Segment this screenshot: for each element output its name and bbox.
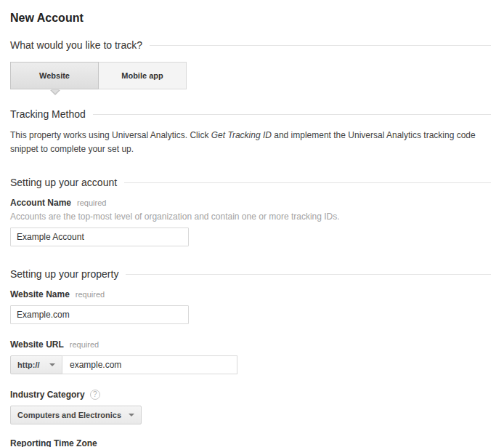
- industry-category-value: Computers and Electronics: [17, 411, 121, 419]
- track-section-title: What would you like to track?: [10, 39, 150, 51]
- website-url-input[interactable]: [62, 355, 237, 374]
- section-divider: [150, 45, 491, 46]
- tab-website-label: Website: [39, 71, 70, 80]
- account-name-helper: Accounts are the top-most level of organ…: [10, 212, 491, 222]
- selected-tab-pointer-icon: [50, 90, 60, 95]
- track-section-header: What would you like to track?: [10, 39, 491, 51]
- required-badge: required: [76, 290, 105, 299]
- page-title: New Account: [10, 12, 491, 25]
- property-section-title: Setting up your property: [10, 268, 126, 280]
- website-name-label: Website Name: [10, 289, 70, 299]
- required-badge: required: [77, 198, 106, 207]
- chevron-down-icon: [49, 363, 55, 366]
- section-divider: [126, 274, 491, 275]
- account-section-header: Setting up your account: [10, 177, 491, 188]
- url-protocol-dropdown[interactable]: http://: [10, 355, 62, 374]
- tracking-method-description: This property works using Universal Anal…: [10, 129, 489, 156]
- track-type-tabs: Website Mobile app: [10, 62, 491, 89]
- industry-category-label: Industry Category: [10, 390, 85, 400]
- account-name-input[interactable]: [10, 227, 189, 246]
- website-url-label-row: Website URL required: [10, 339, 491, 350]
- property-section-header: Setting up your property: [10, 268, 491, 280]
- help-icon[interactable]: ?: [90, 390, 100, 400]
- required-badge: required: [70, 340, 99, 349]
- industry-category-label-row: Industry Category ?: [10, 390, 491, 400]
- url-protocol-value: http://: [17, 361, 40, 369]
- tracking-desc-text: This property works using Universal Anal…: [10, 130, 211, 140]
- chevron-down-icon: [129, 414, 134, 416]
- account-section-title: Setting up your account: [10, 177, 124, 188]
- time-zone-label-row: Reporting Time Zone: [10, 438, 491, 447]
- industry-category-dropdown[interactable]: Computers and Electronics: [10, 406, 142, 424]
- website-url-row: http://: [10, 355, 491, 374]
- tab-mobile-app[interactable]: Mobile app: [98, 62, 187, 89]
- section-divider: [124, 182, 491, 183]
- account-name-label: Account Name: [10, 198, 71, 208]
- tracking-method-header: Tracking Method: [10, 108, 491, 120]
- website-url-label: Website URL: [10, 339, 64, 350]
- time-zone-label: Reporting Time Zone: [10, 438, 97, 447]
- tracking-method-title: Tracking Method: [10, 108, 93, 120]
- new-account-form: New Account What would you like to track…: [0, 0, 504, 447]
- website-name-input[interactable]: [10, 305, 189, 324]
- industry-category-row: Computers and Electronics: [10, 406, 491, 424]
- website-name-label-row: Website Name required: [10, 289, 491, 299]
- tab-website[interactable]: Website: [10, 62, 99, 89]
- tab-mobile-app-label: Mobile app: [121, 71, 163, 80]
- get-tracking-id-text: Get Tracking ID: [211, 130, 272, 140]
- section-divider: [93, 114, 491, 115]
- account-name-label-row: Account Name required: [10, 198, 491, 208]
